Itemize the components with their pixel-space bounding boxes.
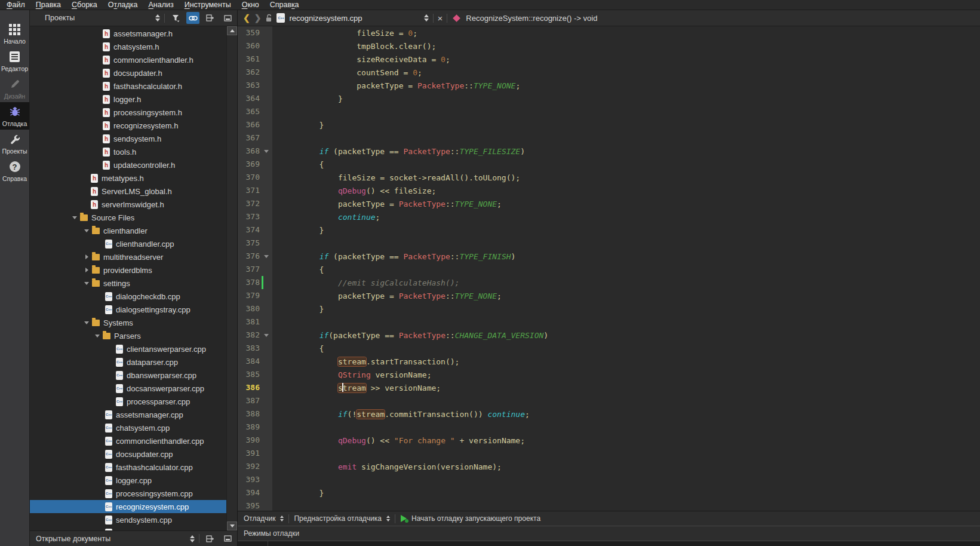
fold-marker-icon[interactable] [264, 334, 269, 337]
line-number[interactable]: 390 [238, 434, 262, 447]
line-number[interactable]: 367 [238, 131, 262, 145]
fold-marker-icon[interactable] [264, 150, 269, 153]
fold-column[interactable] [262, 355, 272, 368]
code-line[interactable]: 373 continue; [238, 210, 980, 223]
tree-item[interactable]: C++commonclienthandler.cpp [30, 434, 226, 447]
line-number[interactable]: 359 [238, 26, 262, 39]
code-line[interactable]: 395 [238, 499, 980, 511]
fold-column[interactable] [262, 66, 272, 79]
split-icon[interactable] [204, 533, 217, 545]
code-line[interactable]: 388 if(!stream.commitTransaction()) cont… [238, 407, 980, 421]
fold-column[interactable] [262, 394, 272, 407]
fold-column[interactable] [262, 171, 272, 184]
tree-item[interactable]: Parsers [30, 329, 226, 342]
tree-item[interactable]: htools.h [30, 145, 226, 158]
fold-column[interactable] [262, 237, 272, 250]
tree-item[interactable]: C++docsupdater.cpp [30, 447, 226, 461]
line-number[interactable]: 375 [238, 237, 262, 250]
link-icon[interactable] [186, 12, 199, 24]
fold-column[interactable] [262, 184, 272, 197]
scroll-up-icon[interactable] [227, 26, 237, 35]
mode-edit[interactable]: Редактор [0, 47, 29, 75]
code-line[interactable]: 359 fileSize = 0; [238, 26, 980, 39]
line-number[interactable]: 368 [238, 145, 262, 158]
tree-item[interactable]: multithreadserver [30, 250, 226, 263]
tree-item[interactable]: C++clientanswerparser.cpp [30, 342, 226, 355]
line-number[interactable]: 387 [238, 394, 262, 407]
code-line[interactable]: 371 qDebug() << fileSize; [238, 184, 980, 197]
mode-help[interactable]: ?Справка [0, 157, 29, 185]
line-number[interactable]: 364 [238, 92, 262, 105]
fold-column[interactable] [262, 407, 272, 421]
fold-column[interactable] [262, 329, 272, 342]
tree-scrollbar[interactable] [226, 26, 237, 530]
tree-item[interactable]: C++chatsystem.cpp [30, 421, 226, 434]
line-number[interactable]: 373 [238, 210, 262, 223]
line-number[interactable]: 383 [238, 342, 262, 355]
expanded-arrow-icon[interactable] [92, 335, 103, 338]
code-line[interactable]: 380 } [238, 302, 980, 315]
line-number[interactable]: 386 [238, 381, 262, 394]
code-line[interactable]: 382 if(packetType == PacketType::CHANGE_… [238, 329, 980, 342]
fold-column[interactable] [262, 263, 272, 276]
fold-column[interactable] [262, 53, 272, 66]
line-number[interactable]: 374 [238, 223, 262, 237]
tree-item[interactable]: hcommonclienthandler.h [30, 53, 226, 66]
tree-item[interactable]: hrecognizesystem.h [30, 119, 226, 132]
line-number[interactable]: 366 [238, 118, 262, 131]
document-selector[interactable]: recognizesystem.cpp [289, 14, 362, 23]
code-line[interactable]: 369 { [238, 158, 980, 171]
line-number[interactable]: 391 [238, 447, 262, 460]
expanded-arrow-icon[interactable] [81, 282, 92, 285]
fold-column[interactable] [262, 79, 272, 92]
tree-item[interactable]: hfasthashcalculator.h [30, 79, 226, 93]
line-number[interactable]: 360 [238, 39, 262, 53]
tree-item[interactable]: C++recognizesystem.cpp [30, 500, 226, 513]
menu-item-build[interactable]: Сборка [66, 0, 103, 10]
debugger-combo[interactable]: Отладчик [244, 514, 284, 523]
fold-column[interactable] [262, 105, 272, 118]
code-line[interactable]: 364 } [238, 92, 980, 105]
fold-column[interactable] [262, 499, 272, 511]
code-line[interactable]: 392 emit sigChangeVersion(versionName); [238, 460, 980, 473]
code-editor[interactable]: 359 fileSize = 0;360 tmpBlock.clear();36… [238, 26, 980, 511]
tree-item[interactable]: C++tools.cpp [30, 526, 226, 530]
tree-item[interactable]: hupdatecontroller.h [30, 158, 226, 171]
tree-item[interactable]: hdocsupdater.h [30, 66, 226, 79]
line-number[interactable]: 370 [238, 171, 262, 184]
tree-item[interactable]: C++assetsmanager.cpp [30, 408, 226, 421]
fold-column[interactable] [262, 473, 272, 486]
tree-item[interactable]: hServerLMS_global.h [30, 185, 226, 198]
fold-column[interactable] [262, 276, 272, 289]
tree-item[interactable]: hserverlmswidget.h [30, 198, 226, 211]
code-line[interactable]: 378 //emit sigCalculateHash(); [238, 276, 980, 289]
fold-column[interactable] [262, 368, 272, 381]
code-line[interactable]: 376 if (packetType == PacketType::TYPE_F… [238, 250, 980, 263]
code-line[interactable]: 366 } [238, 118, 980, 131]
code-line[interactable]: 387 [238, 394, 980, 407]
line-number[interactable]: 379 [238, 289, 262, 302]
tree-item[interactable]: hmetatypes.h [30, 171, 226, 185]
code-line[interactable]: 383 { [238, 342, 980, 355]
tree-item[interactable]: providerdblms [30, 263, 226, 277]
tree-item[interactable]: C++dbanswerparser.cpp [30, 369, 226, 382]
fold-column[interactable] [262, 92, 272, 105]
code-line[interactable]: 377 { [238, 263, 980, 276]
back-icon[interactable]: ❮ [243, 14, 250, 22]
line-number[interactable]: 395 [238, 499, 262, 511]
code-line[interactable]: 375 [238, 237, 980, 250]
mode-projects[interactable]: Проекты [0, 130, 29, 157]
line-number[interactable]: 371 [238, 184, 262, 197]
fold-column[interactable] [262, 289, 272, 302]
fold-column[interactable] [262, 223, 272, 237]
collapsed-arrow-icon[interactable] [81, 268, 92, 272]
fold-column[interactable] [262, 26, 272, 39]
forward-icon[interactable]: ❯ [254, 14, 262, 22]
tree-item[interactable]: C++processingsystem.cpp [30, 487, 226, 500]
code-line[interactable]: 384 stream.startTransaction(); [238, 355, 980, 368]
updown-icon[interactable] [424, 14, 429, 22]
menu-item-help[interactable]: Справка [265, 0, 305, 10]
line-number[interactable]: 385 [238, 368, 262, 381]
code-line[interactable]: 389 [238, 421, 980, 434]
line-number[interactable]: 382 [238, 329, 262, 342]
